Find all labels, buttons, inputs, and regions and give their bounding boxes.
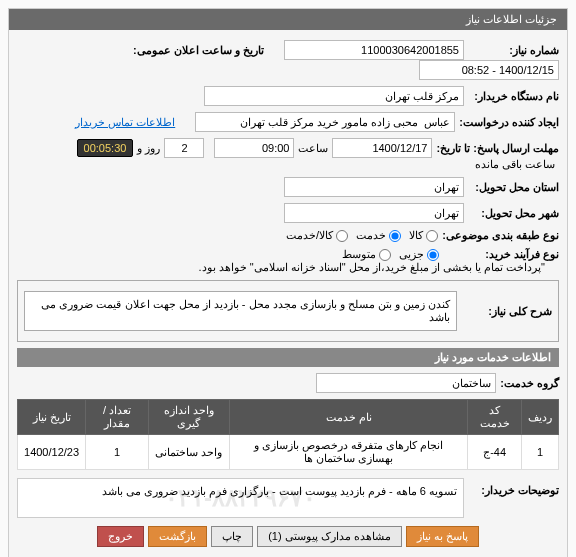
table-cell: 44-ج <box>468 435 522 470</box>
services-header: اطلاعات خدمات مورد نیاز <box>17 348 559 367</box>
panel-title: جزئیات اطلاعات نیاز <box>9 9 567 30</box>
province-label: استان محل تحویل: <box>464 181 559 194</box>
col-header: کد خدمت <box>468 400 522 435</box>
radio-motavaset[interactable]: متوسط <box>342 248 391 261</box>
col-header: نام خدمت <box>230 400 468 435</box>
attachments-button[interactable]: مشاهده مدارک پیوستی (1) <box>257 526 402 547</box>
form-area: شماره نیاز: تاریخ و ساعت اعلان عمومی: نا… <box>9 30 567 557</box>
table-cell: 1 <box>522 435 559 470</box>
col-header: ردیف <box>522 400 559 435</box>
table-cell: انجام کارهای متفرقه درخصوص بازسازی و بهس… <box>230 435 468 470</box>
buyer-note-label: توضیحات خریدار: <box>464 478 559 497</box>
table-cell: 1400/12/23 <box>18 435 86 470</box>
process-note: "پرداخت تمام یا بخشی از مبلغ خرید،از محل… <box>199 261 559 274</box>
table-cell: واحد ساختمانی <box>148 435 229 470</box>
back-button[interactable]: بازگشت <box>148 526 207 547</box>
group-label: گروه خدمت: <box>496 377 559 390</box>
process-label: نوع فرآیند خرید: <box>439 248 559 261</box>
deadline-date-field[interactable] <box>332 138 432 158</box>
col-header: واحد اندازه گیری <box>148 400 229 435</box>
col-header: تعداد / مقدار <box>86 400 149 435</box>
exit-button[interactable]: خروج <box>97 526 144 547</box>
reply-button[interactable]: پاسخ به نیاز <box>406 526 479 547</box>
table-row[interactable]: 144-جانجام کارهای متفرقه درخصوص بازسازی … <box>18 435 559 470</box>
announce-field[interactable] <box>419 60 559 80</box>
table-cell: 1 <box>86 435 149 470</box>
radio-kala-khadamat[interactable]: کالا/خدمت <box>286 229 348 242</box>
contact-link[interactable]: اطلاعات تماس خریدار <box>75 116 175 129</box>
province-field[interactable] <box>284 177 464 197</box>
deadline-label: مهلت ارسال پاسخ: تا تاریخ: <box>432 142 559 155</box>
day-word: روز و <box>133 142 164 155</box>
req-no-field[interactable] <box>284 40 464 60</box>
col-header: تاریخ نیاز <box>18 400 86 435</box>
announce-label: تاریخ و ساعت اعلان عمومی: <box>114 44 264 57</box>
subject-class-label: نوع طبقه بندی موضوعی: <box>438 229 559 242</box>
radio-kala[interactable]: کالا <box>409 229 438 242</box>
buyer-note-box: ۰۲۱-۸۸۳۲۹۶۷۰ تسویه 6 ماهه - فرم بازدید پ… <box>17 478 464 518</box>
city-label: شهر محل تحویل: <box>464 207 559 220</box>
remain-label: ساعت باقی مانده <box>471 158 559 171</box>
countdown: 00:05:30 <box>77 139 134 157</box>
button-bar: پاسخ به نیاز مشاهده مدارک پیوستی (1) چاپ… <box>17 518 559 551</box>
buyer-note-text: تسویه 6 ماهه - فرم بازدید پیوست است - با… <box>24 485 457 498</box>
radio-khadamat[interactable]: خدمت <box>356 229 401 242</box>
creator-label: ایجاد کننده درخواست: <box>455 116 559 129</box>
buyer-org-field[interactable] <box>204 86 464 106</box>
time-word: ساعت <box>294 142 332 155</box>
details-panel: جزئیات اطلاعات نیاز شماره نیاز: تاریخ و … <box>8 8 568 557</box>
days-left-field[interactable] <box>164 138 204 158</box>
services-table: ردیفکد خدمتنام خدمتواحد اندازه گیریتعداد… <box>17 399 559 470</box>
subject-radio-group: کالا خدمت کالا/خدمت <box>286 229 438 242</box>
main-desc-box: کندن زمین و بتن مسلح و بازسازی مجدد محل … <box>24 291 457 331</box>
main-desc-label: شرح کلی نیاز: <box>457 305 552 318</box>
print-button[interactable]: چاپ <box>211 526 253 547</box>
buyer-org-label: نام دستگاه خریدار: <box>464 90 559 103</box>
radio-jozi[interactable]: جزیی <box>399 248 439 261</box>
process-radio-group: جزیی متوسط <box>342 248 439 261</box>
city-field[interactable] <box>284 203 464 223</box>
deadline-time-field[interactable] <box>214 138 294 158</box>
main-desc-section: شرح کلی نیاز: کندن زمین و بتن مسلح و باز… <box>17 280 559 342</box>
req-no-label: شماره نیاز: <box>464 44 559 57</box>
creator-field[interactable] <box>195 112 455 132</box>
group-field[interactable] <box>316 373 496 393</box>
buyer-note-row: توضیحات خریدار: ۰۲۱-۸۸۳۲۹۶۷۰ تسویه 6 ماه… <box>17 478 559 518</box>
